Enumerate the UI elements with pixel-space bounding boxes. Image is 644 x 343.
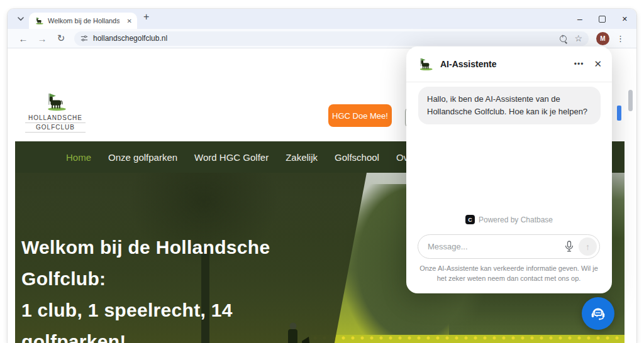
favicon-cow-icon (34, 17, 44, 24)
ai-assistant-widget: AI-Assistente ••• ✕ Hallo, ik ben de AI-… (406, 46, 612, 293)
tab-close-icon[interactable]: ✕ (127, 18, 132, 24)
chatbase-logo-icon: C (465, 215, 475, 224)
logo-text-line2: GOLFCLUB (25, 123, 86, 133)
forward-icon[interactable]: → (36, 33, 48, 44)
hidden-element-sliver (617, 106, 621, 121)
back-icon[interactable]: ← (18, 33, 29, 44)
chat-menu-icon[interactable]: ••• (574, 60, 584, 68)
window-close-button[interactable]: ✕ (622, 15, 628, 23)
send-arrow-icon: ↑ (586, 242, 590, 252)
chat-header: AI-Assistente ••• ✕ (406, 46, 612, 82)
site-logo[interactable]: HOLLANDSCHE GOLFCLUB (25, 92, 86, 133)
new-tab-button[interactable]: + (143, 11, 149, 23)
hero-heading-line1: Welkom bij de Hollandsche (21, 232, 270, 263)
logo-text-line1: HOLLANDSCHE (25, 114, 86, 123)
assistant-message: Hallo, ik ben de AI-Assistente van de Ho… (418, 87, 601, 124)
hero-flower-field (311, 335, 625, 343)
url-text: hollandschegolfclub.nl (93, 34, 167, 43)
nav-item-word-hgc-golfer[interactable]: Word HGC Golfer (194, 152, 269, 163)
window-minimize-button[interactable]: – (577, 14, 582, 24)
powered-by-text: Powered by Chatbase (479, 215, 553, 224)
nav-item-onze-golfparken[interactable]: Onze golfparken (108, 152, 177, 163)
nav-item-home[interactable]: Home (66, 152, 91, 163)
nav-item-zakelijk[interactable]: Zakelijk (286, 152, 318, 163)
chat-close-icon[interactable]: ✕ (594, 58, 602, 70)
hero-heading: Welkom bij de Hollandsche Golfclub: 1 cl… (21, 232, 270, 343)
reload-icon[interactable]: ↻ (55, 33, 67, 44)
browser-tab[interactable]: Welkom bij de Hollandsche Gol ✕ (29, 13, 137, 29)
powered-by[interactable]: C Powered by Chatbase (406, 215, 612, 224)
zoom-icon[interactable] (560, 35, 567, 42)
page-scrollbar[interactable] (628, 90, 633, 111)
site-settings-icon[interactable] (80, 35, 88, 42)
profile-avatar[interactable]: M (596, 32, 609, 45)
nav-item-golfschool[interactable]: Golfschool (335, 152, 379, 163)
hgc-doe-mee-button[interactable]: HGC Doe Mee! (328, 104, 392, 127)
cow-logo-icon (43, 92, 68, 111)
chevron-down-icon (18, 17, 24, 21)
send-button[interactable]: ↑ (579, 237, 597, 256)
address-bar[interactable]: hollandschegolfclub.nl ☆ (74, 31, 589, 46)
golfer-silhouette (279, 321, 317, 343)
chat-disclaimer: Onze AI-Assistente kan verkeerde informa… (414, 264, 603, 284)
chat-fab-button[interactable] (582, 297, 614, 330)
hero-heading-line2: Golfclub: (21, 263, 270, 295)
hero-heading-line4: golfparken! (21, 326, 270, 343)
chat-input-container: ↑ (418, 234, 600, 259)
window-maximize-button[interactable] (599, 16, 606, 23)
bookmark-star-icon[interactable]: ☆ (574, 33, 582, 43)
chat-title: AI-Assistente (440, 59, 496, 69)
screen: Welkom bij de Hollandsche Gol ✕ + – ✕ ← … (0, 0, 644, 343)
tab-strip: Welkom bij de Hollandsche Gol ✕ + – ✕ (8, 9, 636, 29)
browser-menu-icon[interactable]: ⋮ (616, 34, 625, 43)
headset-chat-icon (589, 304, 608, 323)
hero-heading-line3: 1 club, 1 speelrecht, 14 (21, 295, 270, 326)
tab-search-button[interactable] (14, 13, 28, 25)
chat-cow-logo-icon (416, 57, 434, 71)
browser-toolbar: ← → ↻ hollandschegolfclub.nl ☆ M ⋮ (8, 29, 636, 48)
microphone-icon[interactable] (565, 241, 574, 253)
tab-title: Welkom bij de Hollandsche Gol (48, 17, 119, 24)
chat-message-input[interactable] (418, 242, 565, 251)
